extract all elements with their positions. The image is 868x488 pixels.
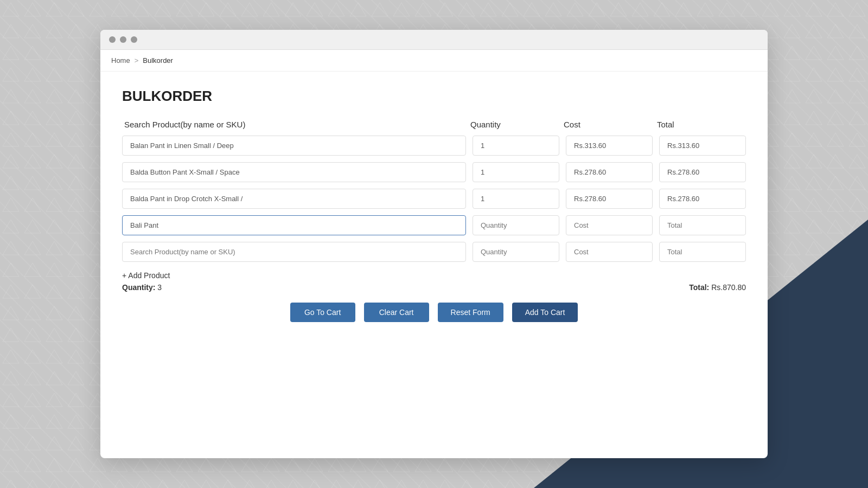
total-input-1[interactable] [659, 136, 746, 156]
total-input-4[interactable] [659, 215, 746, 235]
cost-input-5[interactable] [566, 242, 653, 262]
quantity-summary: Quantity: 3 [122, 283, 162, 292]
browser-chrome [100, 30, 768, 50]
window-dot-3 [131, 36, 137, 43]
cost-input-2[interactable] [566, 162, 653, 182]
add-product-link[interactable]: + Add Product [122, 271, 170, 280]
table-row [122, 215, 746, 235]
breadcrumb-current: Bulkorder [143, 56, 173, 65]
product-input-3[interactable] [122, 189, 466, 209]
header-total: Total [657, 120, 744, 129]
header-product: Search Product(by name or SKU) [124, 120, 464, 129]
clear-cart-button[interactable]: Clear Cart [364, 303, 429, 322]
table-row [122, 242, 746, 262]
browser-window: Home > Bulkorder BULKORDER Search Produc… [100, 30, 768, 458]
quantity-label: Quantity: [122, 283, 155, 292]
cost-input-4[interactable] [566, 215, 653, 235]
header-cost: Cost [564, 120, 650, 129]
summary-row: Quantity: 3 Total: Rs.870.80 [122, 283, 746, 292]
table-header: Search Product(by name or SKU) Quantity … [122, 120, 746, 129]
footer-area: + Add Product Quantity: 3 Total: Rs.870.… [122, 271, 746, 322]
breadcrumb-separator: > [135, 56, 139, 65]
go-to-cart-button[interactable]: Go To Cart [290, 303, 355, 322]
breadcrumb-home[interactable]: Home [111, 56, 130, 65]
window-dot-1 [109, 36, 116, 43]
total-input-2[interactable] [659, 162, 746, 182]
cost-input-1[interactable] [566, 136, 653, 156]
breadcrumb: Home > Bulkorder [100, 50, 768, 72]
total-value: Rs.870.80 [711, 283, 746, 292]
total-input-3[interactable] [659, 189, 746, 209]
product-input-1[interactable] [122, 136, 466, 156]
total-input-5[interactable] [659, 242, 746, 262]
total-summary: Total: Rs.870.80 [689, 283, 746, 292]
reset-form-button[interactable]: Reset Form [438, 303, 503, 322]
cost-input-3[interactable] [566, 189, 653, 209]
table-row [122, 136, 746, 156]
window-dot-2 [120, 36, 126, 43]
quantity-input-1[interactable] [473, 136, 559, 156]
product-input-2[interactable] [122, 162, 466, 182]
page-title: BULKORDER [122, 88, 746, 105]
table-row [122, 162, 746, 182]
button-row: Go To Cart Clear Cart Reset Form Add To … [122, 303, 746, 322]
quantity-input-3[interactable] [473, 189, 559, 209]
quantity-value: 3 [157, 283, 162, 292]
quantity-input-4[interactable] [473, 215, 559, 235]
add-to-cart-button[interactable]: Add To Cart [512, 303, 578, 322]
product-input-4[interactable] [122, 215, 466, 235]
table-row [122, 189, 746, 209]
header-quantity: Quantity [470, 120, 557, 129]
main-content: BULKORDER Search Product(by name or SKU)… [100, 72, 768, 458]
total-label: Total: [689, 283, 709, 292]
product-input-5[interactable] [122, 242, 466, 262]
quantity-input-2[interactable] [473, 162, 559, 182]
quantity-input-5[interactable] [473, 242, 559, 262]
